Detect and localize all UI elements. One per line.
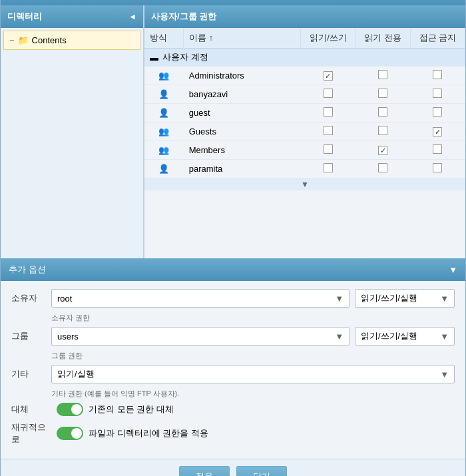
user-name-guest: guest (184, 104, 301, 122)
table-header-row: 방식 이름 ↑ 읽기/쓰기 읽기 전용 접근 금지 (144, 28, 465, 49)
group-header-label: 사용자 계정 (162, 51, 208, 63)
user-name-administrators: Administrators (184, 67, 301, 85)
owner-perm-value: 읽기/쓰기/실행 (361, 292, 417, 304)
owner-sub-label: 소유자 권한 (51, 313, 455, 323)
owner-value: root (57, 294, 72, 304)
extra-options-body: 소유자 root ▼ 읽기/쓰기/실행 ▼ 소유자 권한 그룹 users ▼ (1, 281, 465, 459)
user-group-perm-label: 사용자/그룹 권한 (151, 11, 216, 21)
recursive-text: 파일과 디렉터리에 권한을 적용 (89, 427, 208, 439)
checkbox-admin-rw[interactable] (324, 71, 333, 81)
checkbox-members-rw[interactable] (324, 144, 333, 154)
checkbox-paramita-ro[interactable] (378, 163, 387, 172)
right-panel: 사용자/그룹 권한 방식 이름 ↑ 읽기/쓰기 읽기 전용 접근 금지 (144, 5, 465, 258)
replace-label: 대체 (11, 403, 51, 415)
checkbox-members-deny[interactable] (433, 144, 442, 154)
group-perm-arrow: ▼ (440, 332, 449, 342)
title-bar: 공유 폴더 ACL 수정 ✕ (1, 0, 465, 5)
acl-table-container[interactable]: 방식 이름 ↑ 읽기/쓰기 읽기 전용 접근 금지 ▬ (144, 28, 465, 258)
group-dropdown[interactable]: users ▼ (51, 327, 350, 346)
group-perm-value: 읽기/쓰기/실행 (361, 330, 417, 342)
other-value: 읽기/실행 (57, 368, 95, 380)
checkbox-guests-deny[interactable] (433, 127, 442, 136)
other-dropdown[interactable]: 읽기/실행 ▼ (51, 365, 455, 383)
group-value: users (57, 332, 79, 342)
table-row: 👤 guest (144, 104, 465, 122)
checkbox-paramita-rw[interactable] (324, 163, 333, 172)
apply-button[interactable]: 적용 (179, 466, 230, 476)
checkbox-admin-ro[interactable] (378, 70, 387, 79)
user-icon-administrators: 👥 (158, 71, 169, 81)
checkbox-guest-rw[interactable] (324, 107, 333, 117)
extra-options-header[interactable]: 추가 옵션 ▼ (1, 258, 465, 281)
group-header-collapse-icon: ▬ (150, 53, 158, 63)
dialog-footer: 적용 닫기 (1, 459, 465, 476)
table-row: 👥 Guests (144, 122, 465, 141)
col-read-write: 읽기/쓰기 (301, 28, 355, 49)
minus-icon: − (9, 35, 15, 45)
table-row: 👤 paramita (144, 160, 465, 178)
table-collapse-arrow[interactable]: ▼ (144, 178, 465, 190)
left-panel: 디렉터리 ◄ − 📁 Contents (1, 5, 144, 258)
group-row: 그룹 users ▼ 읽기/쓰기/실행 ▼ (11, 327, 455, 346)
checkbox-guests-ro[interactable] (378, 126, 387, 135)
left-panel-header: 디렉터리 ◄ (1, 5, 143, 28)
close-button[interactable]: 닫기 (236, 466, 287, 476)
col-deny: 접근 금지 (410, 28, 465, 49)
table-row: 👥 Administrators (144, 67, 465, 85)
checkbox-guest-ro[interactable] (378, 107, 387, 117)
group-label: 그룹 (11, 330, 51, 342)
user-icon-banyazavi: 👤 (158, 89, 169, 99)
extra-options-arrow: ▼ (449, 265, 457, 275)
table-row: 👤 banyazavi (144, 85, 465, 104)
other-control: 읽기/실행 ▼ (51, 365, 455, 383)
user-name-paramita: paramita (184, 160, 301, 178)
group-control: users ▼ 읽기/쓰기/실행 ▼ (51, 327, 455, 346)
user-icon-guest: 👤 (158, 108, 169, 118)
acl-dialog: 공유 폴더 ACL 수정 ✕ 디렉터리 ◄ − 📁 Contents 사용자/그… (0, 0, 466, 476)
replace-text: 기존의 모든 권한 대체 (89, 403, 174, 415)
checkbox-banyazavi-deny[interactable] (433, 89, 442, 98)
group-header-row: ▬ 사용자 계정 (144, 49, 465, 67)
acl-table: 방식 이름 ↑ 읽기/쓰기 읽기 전용 접근 금지 ▬ (144, 28, 465, 178)
group-sub-label: 그룹 권한 (51, 351, 455, 361)
user-name-banyazavi: banyazavi (184, 85, 301, 104)
user-icon-members: 👥 (158, 145, 169, 155)
owner-perm-arrow: ▼ (440, 294, 449, 304)
other-row: 기타 읽기/실행 ▼ (11, 365, 455, 383)
col-name[interactable]: 이름 ↑ (184, 28, 301, 49)
tree-item-contents[interactable]: − 📁 Contents (3, 31, 140, 50)
owner-dropdown[interactable]: root ▼ (51, 289, 350, 308)
checkbox-guest-deny[interactable] (433, 107, 442, 117)
other-label: 기타 (11, 368, 51, 380)
owner-perm-dropdown[interactable]: 읽기/쓰기/실행 ▼ (355, 289, 455, 308)
checkbox-guests-rw[interactable] (324, 126, 333, 135)
recursive-label: 재귀적으로 (11, 421, 51, 445)
col-method: 방식 (144, 28, 184, 49)
replace-toggle[interactable] (57, 403, 83, 416)
recursive-row: 재귀적으로 파일과 디렉터리에 권한을 적용 (11, 421, 455, 445)
main-content: 디렉터리 ◄ − 📁 Contents 사용자/그룹 권한 방식 이름 (1, 5, 465, 258)
owner-row: 소유자 root ▼ 읽기/쓰기/실행 ▼ (11, 289, 455, 308)
owner-label: 소유자 (11, 292, 51, 304)
user-icon-paramita: 👤 (158, 164, 169, 174)
other-dropdown-arrow: ▼ (440, 369, 449, 379)
table-row: 👥 Members (144, 141, 465, 160)
checkbox-banyazavi-ro[interactable] (378, 89, 387, 98)
group-perm-dropdown[interactable]: 읽기/쓰기/실행 ▼ (355, 327, 455, 346)
owner-control: root ▼ 읽기/쓰기/실행 ▼ (51, 289, 455, 308)
checkbox-admin-deny[interactable] (433, 70, 442, 79)
tree-item-label: Contents (32, 35, 67, 45)
extra-options-label: 추가 옵션 (9, 264, 46, 276)
user-name-guests: Guests (184, 122, 301, 141)
user-name-members: Members (184, 141, 301, 160)
recursive-toggle[interactable] (57, 427, 83, 440)
replace-row: 대체 기존의 모든 권한 대체 (11, 403, 455, 416)
user-icon-guests: 👥 (158, 126, 169, 136)
checkbox-banyazavi-rw[interactable] (324, 89, 333, 98)
col-read-only: 읽기 전용 (355, 28, 410, 49)
checkbox-paramita-deny[interactable] (433, 163, 442, 172)
group-dropdown-arrow: ▼ (335, 332, 344, 342)
right-panel-header: 사용자/그룹 권한 (144, 5, 465, 28)
left-arrow-icon: ◄ (128, 12, 136, 21)
checkbox-members-ro[interactable] (378, 146, 387, 155)
